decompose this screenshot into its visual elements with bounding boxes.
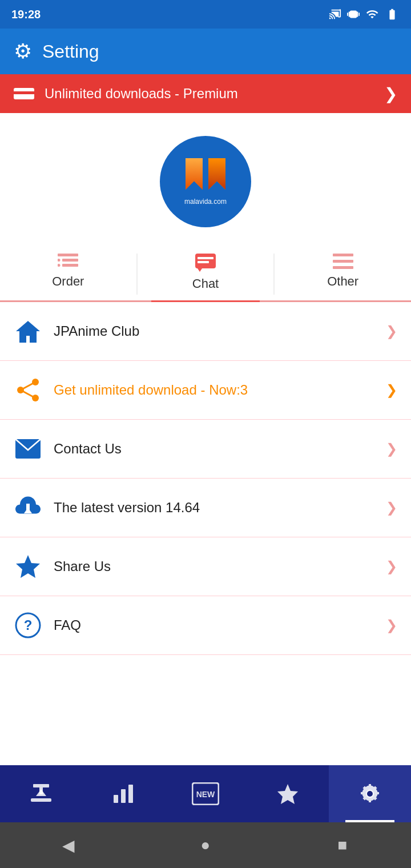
nav-favorites-icon — [276, 783, 299, 805]
order-icon — [58, 254, 78, 270]
cast-icon — [329, 8, 341, 21]
chat-icon — [195, 254, 216, 272]
svg-line-23 — [21, 390, 35, 398]
logo-section: malavida.com — [0, 113, 411, 239]
tabs-section: Order Chat Other — [0, 239, 411, 302]
svg-marker-5 — [208, 158, 225, 190]
logo-domain: malavida.com — [184, 198, 227, 206]
svg-marker-18 — [16, 321, 40, 343]
menu-item-faq[interactable]: ? FAQ ❯ — [0, 596, 411, 655]
system-nav: ◀ ● ■ — [0, 822, 411, 868]
premium-banner[interactable]: Unlimited downloads - Premium ❯ — [0, 74, 411, 113]
svg-rect-26 — [26, 504, 30, 511]
version-chevron: ❯ — [386, 500, 397, 516]
home-button[interactable]: ● — [191, 831, 220, 859]
battery-icon — [385, 8, 400, 21]
nav-new-icon: NEW — [192, 782, 219, 805]
bottom-nav: NEW — [0, 765, 411, 822]
header: ⚙ Setting — [0, 29, 411, 74]
status-icons — [329, 8, 400, 21]
share-chevron: ❯ — [386, 558, 397, 574]
nav-stats[interactable] — [82, 765, 164, 822]
nav-favorites[interactable] — [247, 765, 329, 822]
help-icon: ? — [14, 611, 42, 640]
svg-rect-15 — [333, 254, 353, 256]
svg-marker-3 — [186, 158, 203, 190]
app-logo: malavida.com — [160, 136, 251, 227]
share-text: Share Us — [54, 558, 386, 574]
faq-text: FAQ — [54, 617, 386, 633]
tab-chat-label: Chat — [192, 276, 219, 291]
svg-marker-27 — [16, 555, 40, 578]
nav-download-icon — [30, 783, 52, 804]
unlimited-text: Get unlimited download - Now:3 — [54, 382, 386, 398]
svg-rect-7 — [62, 259, 78, 262]
nav-download[interactable] — [0, 765, 82, 822]
tab-order-label: Order — [52, 274, 84, 289]
svg-marker-14 — [198, 268, 202, 272]
jpanime-text: JPAnime Club — [54, 323, 386, 339]
menu-item-contact[interactable]: Contact Us ❯ — [0, 420, 411, 479]
page-title: Setting — [42, 41, 99, 62]
svg-rect-8 — [62, 264, 78, 267]
download-cloud-icon — [14, 493, 42, 522]
svg-rect-36 — [128, 785, 133, 803]
menu-item-jpanime[interactable]: JPAnime Club ❯ — [0, 302, 411, 361]
status-bar: 19:28 — [0, 0, 411, 29]
svg-rect-13 — [198, 261, 209, 263]
svg-rect-30 — [31, 798, 51, 802]
svg-rect-6 — [58, 254, 78, 256]
premium-arrow-icon: ❯ — [384, 85, 397, 103]
menu-list: JPAnime Club ❯ Get unlimited download - … — [0, 302, 411, 765]
nav-stats-icon — [112, 783, 134, 804]
premium-left: Unlimited downloads - Premium — [14, 86, 238, 102]
svg-rect-33 — [39, 787, 43, 794]
home-icon — [14, 317, 42, 345]
svg-point-9 — [58, 259, 61, 262]
premium-card-icon — [14, 86, 34, 102]
premium-text: Unlimited downloads - Premium — [45, 86, 238, 102]
tab-other-label: Other — [327, 274, 358, 289]
version-text: The latest version 14.64 — [54, 500, 386, 516]
nav-new[interactable]: NEW — [164, 765, 247, 822]
svg-text:NEW: NEW — [196, 790, 215, 799]
svg-marker-39 — [277, 784, 298, 804]
vibrate-icon — [347, 8, 360, 21]
settings-icon: ⚙ — [14, 39, 32, 63]
tab-chat[interactable]: Chat — [138, 248, 274, 300]
nav-settings[interactable] — [329, 765, 411, 822]
svg-text:?: ? — [24, 617, 33, 633]
wifi-icon — [365, 8, 379, 21]
contact-text: Contact Us — [54, 441, 386, 457]
unlimited-chevron: ❯ — [386, 382, 397, 398]
share-icon — [14, 376, 42, 404]
star-icon — [14, 552, 42, 581]
nav-settings-icon — [358, 782, 381, 805]
other-icon — [333, 254, 353, 270]
recent-button[interactable]: ■ — [328, 831, 357, 859]
menu-item-version[interactable]: The latest version 14.64 ❯ — [0, 479, 411, 537]
svg-rect-17 — [333, 266, 353, 269]
svg-line-22 — [21, 382, 35, 390]
tab-other[interactable]: Other — [275, 248, 411, 300]
svg-point-10 — [58, 264, 61, 267]
back-button[interactable]: ◀ — [54, 831, 83, 859]
tab-order[interactable]: Order — [0, 248, 136, 300]
menu-item-unlimited[interactable]: Get unlimited download - Now:3 ❯ — [0, 361, 411, 420]
svg-rect-1 — [14, 91, 34, 94]
svg-rect-31 — [33, 784, 49, 787]
svg-rect-12 — [198, 257, 213, 259]
svg-point-40 — [367, 791, 373, 797]
time-display: 19:28 — [11, 8, 41, 21]
svg-rect-34 — [114, 795, 118, 803]
svg-rect-35 — [121, 789, 126, 803]
jpanime-chevron: ❯ — [386, 323, 397, 339]
svg-rect-16 — [333, 260, 353, 263]
contact-chevron: ❯ — [386, 441, 397, 457]
faq-chevron: ❯ — [386, 617, 397, 633]
menu-item-share[interactable]: Share Us ❯ — [0, 537, 411, 596]
email-icon — [14, 435, 42, 463]
